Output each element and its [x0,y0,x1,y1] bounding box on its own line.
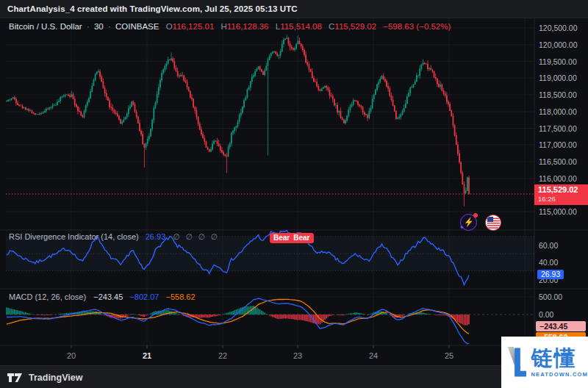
sparkle-icon: ✦ [459,225,465,231]
rsi-hidden-values: ∅ ∅ ∅ ∅ [173,232,217,241]
price-axis-label: 116,000.00 [539,174,586,183]
macd-axis-label: 0.00 [539,310,586,319]
price-axis-label: 117,000.00 [539,140,586,149]
low-value: 115,514.08 [280,22,322,31]
us-flag-icon [487,217,500,229]
open-value: 116,125.01 [173,22,215,31]
us-flag-event-icon[interactable] [485,215,501,231]
time-axis-label: 20 [67,351,76,360]
macd-line-value: −802.07 [129,292,159,301]
rsi-axis-label: 60.00 [539,241,586,250]
macd-hist-axis-badge: −243.45 [536,321,586,331]
price-axis-label: 119,000.00 [539,73,586,82]
macd-line [7,298,469,344]
neatdown-logo-icon [507,342,526,382]
macd-signal-value: −558.62 [166,292,196,301]
ai-spark-event-icon[interactable]: ⚡ ✦ [460,214,477,231]
watermark-domain: NEATDOWN.COM [531,371,588,378]
price-axis-label: 119,500.00 [539,57,586,66]
bear-label: Bear [290,233,313,243]
close-value: 115,529.02 [334,22,376,31]
macd-axis-label: 500.00 [539,292,586,301]
price-axis-label: 118,500.00 [539,90,586,99]
notification-dot [473,213,478,218]
rsi-legend[interactable]: RSI Divergence Indicator (14, close) 26.… [9,232,218,241]
price-axis-label: 120,000.00 [539,40,586,49]
macd-indicator-title: MACD (12, 26, close) [9,292,86,301]
chart-canvas [0,0,588,388]
time-axis-label: 22 [218,351,227,360]
neatdown-watermark[interactable]: 链懂 NEATDOWN.COM [501,337,588,388]
tradingview-brand-link[interactable]: TradingView [29,373,82,383]
rsi-value: 26.93 [146,232,166,241]
lightning-icon: ⚡ [463,218,474,227]
time-axis-label: 24 [369,351,378,360]
rsi-indicator-title: RSI Divergence Indicator (14, close) [9,232,139,241]
time-axis-label: 21 [143,351,151,360]
footer-bar: TradingView [0,365,588,388]
price-axis-label: 120,500.00 [539,24,586,32]
high-value: 116,128.36 [227,22,269,31]
time-axis-label: 25 [445,351,453,360]
price-axis-label: 117,500.00 [539,124,586,133]
watermark-cn-name: 链懂 [531,347,588,369]
last-price-time: 16:26 [538,194,588,204]
macd-legend[interactable]: MACD (12, 26, close) −243.45 −802.07 −55… [9,292,196,301]
interval-label: 30 [94,22,104,31]
price-axis-label: 115,000.00 [539,207,586,216]
macd-hist-value: −243.45 [93,292,123,301]
last-price-badge: 115,529.02 16:26 [534,184,588,205]
tradingview-chart-snapshot: ChartAnalysis_4 created with TradingView… [0,0,588,388]
bear-divergence-labels: Bear Bear [270,233,314,243]
symbol-legend[interactable]: Bitcoin / U.S. Dollar · 30 · COINBASE O1… [9,22,451,31]
price-axis-label: 116,500.00 [539,157,586,166]
rsi-axis-label: 40.00 [539,258,586,267]
change-value: −598.63 (−0.52%) [383,22,451,31]
rsi-axis-badge: 26.93 [537,270,564,279]
exchange-label: COINBASE [115,22,159,31]
symbol-name: Bitcoin / U.S. Dollar [9,22,82,31]
price-axis-label: 118,000.00 [539,107,586,116]
candles-layer [6,35,470,206]
tradingview-logo-icon[interactable] [7,372,23,384]
time-axis-label: 23 [293,351,302,360]
